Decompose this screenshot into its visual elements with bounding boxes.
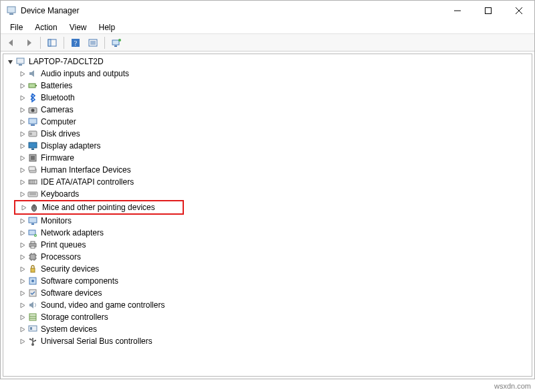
chevron-down-icon[interactable] [6,59,14,65]
tree-category[interactable]: Monitors [3,215,532,227]
security-icon [27,264,38,274]
chevron-right-icon[interactable] [18,230,26,236]
tree-category[interactable]: Firmware [3,152,532,164]
tree-category[interactable]: Mice and other pointing devices [15,201,180,213]
chevron-right-icon[interactable] [18,107,26,113]
hid-icon [27,165,38,175]
storage-icon [27,312,38,322]
minimize-button[interactable] [442,1,473,21]
chevron-right-icon[interactable] [18,278,26,284]
tree-root[interactable]: LAPTOP-7ADCLT2D [3,56,532,68]
menu-view[interactable]: View [64,21,92,33]
tree-category-label: Mice and other pointing devices [42,203,155,212]
chevron-right-icon[interactable] [18,179,26,185]
chevron-right-icon[interactable] [18,95,26,101]
maximize-button[interactable] [473,1,504,21]
toolbar-separator [40,37,41,49]
tree-category-label: Monitors [41,216,72,225]
svg-rect-42 [29,217,37,223]
tree-category-label: Sound, video and game controllers [41,300,165,310]
monitor-icon [27,215,38,226]
tree-category-label: Processors [41,252,81,262]
toolbar-help-button[interactable]: ? [68,35,84,50]
chevron-right-icon[interactable] [18,191,26,197]
chevron-right-icon[interactable] [18,338,26,345]
tree-category-label: Display adapters [41,141,100,151]
device-manager-window: Device Manager File Action View Help [0,0,535,379]
svg-point-22 [31,109,35,112]
tree-category-label: Software components [41,276,118,286]
tree-category[interactable]: Storage controllers [3,311,532,323]
svg-point-26 [29,132,32,135]
tree-category[interactable]: Human Interface Devices [3,164,532,176]
svg-rect-48 [31,241,35,243]
swcomp-icon [27,276,38,286]
chevron-right-icon[interactable] [18,167,26,173]
chevron-right-icon[interactable] [18,266,26,272]
tree-category[interactable]: Processors [3,251,532,263]
tree-category[interactable]: Audio inputs and outputs [3,68,532,80]
chevron-right-icon[interactable] [18,302,26,308]
svg-rect-30 [31,156,35,160]
chevron-right-icon[interactable] [18,155,26,161]
tree-category[interactable]: Batteries [3,80,532,92]
tree-category[interactable]: Display adapters [3,140,532,152]
toolbar-back-button[interactable] [3,35,19,50]
close-button[interactable] [504,1,534,21]
chevron-right-icon[interactable] [18,83,26,89]
chevron-right-icon[interactable] [18,242,26,248]
tree-category[interactable]: Keyboards [3,188,532,200]
tree-category[interactable]: Security devices [3,263,532,275]
menu-action[interactable]: Action [29,21,62,33]
svg-rect-67 [30,327,32,330]
svg-rect-20 [35,85,37,86]
tree-category-label: System devices [41,324,97,334]
tree-category[interactable]: Sound, video and game controllers [3,299,532,311]
toolbar-scan-button[interactable] [108,35,124,50]
svg-rect-0 [7,7,15,13]
tree-category[interactable]: System devices [3,323,532,335]
tree-category[interactable]: Cameras [3,104,532,116]
audio-icon [27,68,38,79]
tree-category[interactable]: Software devices [3,287,532,299]
chevron-right-icon[interactable] [18,71,26,77]
tree-category[interactable]: IDE ATA/ATAPI controllers [3,176,532,188]
chevron-right-icon[interactable] [18,119,26,125]
tree-category-label: Audio inputs and outputs [41,69,129,78]
toolbar-show-hide-button[interactable] [44,35,60,50]
tree-category[interactable]: Computer [3,116,532,128]
tree-category[interactable]: Disk drives [3,128,532,140]
tree-category[interactable]: Network adapters [3,227,532,239]
chevron-right-icon[interactable] [18,290,26,296]
chevron-right-icon[interactable] [18,254,26,260]
tree-category-label: Batteries [41,81,72,90]
toolbar-forward-button[interactable] [21,35,37,50]
tree-category-label: Storage controllers [41,312,108,322]
svg-rect-7 [48,39,51,46]
menu-file[interactable]: File [5,21,28,33]
tree-category[interactable]: Bluetooth [3,92,532,104]
tree-category-label: Computer [41,117,76,126]
svg-rect-3 [486,8,492,14]
computer-icon [27,116,38,127]
chevron-right-icon[interactable] [19,205,27,211]
device-tree[interactable]: LAPTOP-7ADCLT2D Audio inputs and outputs… [3,54,532,377]
toolbar-properties-button[interactable] [85,35,101,50]
menu-help[interactable]: Help [94,21,121,33]
tree-category-label: Keyboards [41,189,79,199]
svg-rect-43 [31,223,34,225]
tree-root-label: LAPTOP-7ADCLT2D [29,57,104,66]
chevron-right-icon[interactable] [18,326,26,332]
chevron-right-icon[interactable] [18,131,26,137]
tree-category[interactable]: Print queues [3,239,532,251]
display-icon [27,140,38,151]
svg-text:?: ? [74,39,78,47]
toolbar-separator [104,37,105,49]
tree-category[interactable]: Universal Serial Bus controllers [3,335,532,347]
tree-category[interactable]: Software components [3,275,532,287]
chevron-right-icon[interactable] [18,143,26,149]
sound-icon [27,300,38,310]
chevron-right-icon[interactable] [18,314,26,320]
app-icon [6,5,17,16]
chevron-right-icon[interactable] [18,218,26,224]
